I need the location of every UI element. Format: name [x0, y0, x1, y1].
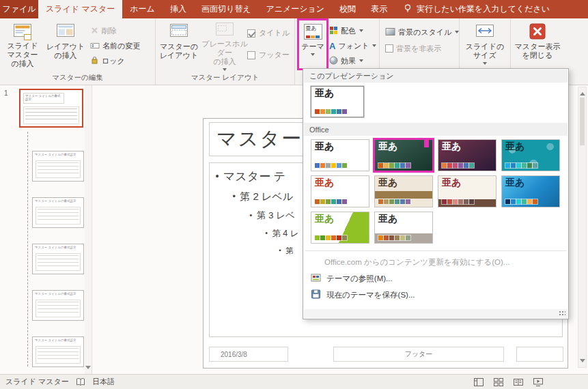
proofing-icon[interactable]: [76, 377, 85, 386]
section-this-presentation: このプレゼンテーション: [304, 70, 568, 83]
colors-dropdown-arrow: [359, 29, 363, 34]
delete-icon: [90, 26, 99, 36]
title-checkbox-label: タイトル: [259, 28, 290, 38]
browse-themes-item[interactable]: テーマの参照(M)...: [304, 271, 568, 286]
insert-layout-label: レイアウト の挿入: [46, 42, 85, 60]
thumbnail-title-sketch: マスター タイトルの書式設定: [33, 152, 83, 157]
theme-organic-tan[interactable]: 亜あ: [374, 175, 433, 207]
fonts-icon: A: [329, 42, 335, 51]
master-layout-label: マスターの レイアウト: [160, 42, 198, 60]
delete-button: 削除: [90, 24, 117, 38]
slide-size-button[interactable]: スライドの サイズ: [464, 20, 505, 68]
themes-button[interactable]: 亜あ テーマ: [299, 20, 326, 68]
theme-facet-green[interactable]: 亜あ: [311, 212, 369, 244]
slideshow-button[interactable]: [533, 378, 543, 386]
thumbnail-body-sketch: [23, 106, 79, 124]
theme-dark-green[interactable]: 亜あ: [374, 139, 433, 171]
background-styles-dropdown-arrow: [455, 31, 459, 35]
layout-thumbnail[interactable]: マスター タイトルの書式設定: [32, 290, 84, 321]
tab-animations[interactable]: アニメーション: [258, 0, 332, 18]
theme-slice-blue[interactable]: 亜あ: [501, 175, 560, 207]
colors-label: 配色: [341, 26, 356, 36]
date-placeholder[interactable]: 2016/3/8: [209, 347, 288, 362]
tab-transitions[interactable]: 画面切り替え: [194, 0, 259, 18]
master-layout-button[interactable]: マスターの レイアウト: [158, 20, 199, 68]
theme-swatches: [378, 199, 410, 204]
master-layout-icon: [169, 20, 189, 42]
normal-view-button[interactable]: [474, 378, 484, 386]
layout-thumbnail[interactable]: マスター タイトルの書式設定: [32, 151, 84, 182]
slide-size-dropdown-arrow: [483, 62, 487, 67]
close-master-view-label: マスター表示 を閉じる: [515, 42, 561, 60]
background-styles-button[interactable]: 背景のスタイル: [385, 25, 459, 39]
theme-swatches: [505, 163, 537, 168]
footer-placeholder[interactable]: フッター: [333, 347, 504, 362]
slide-size-icon: [475, 20, 495, 42]
effects-icon: [329, 56, 338, 66]
theme-red-on-white[interactable]: 亜あ: [311, 175, 369, 207]
theme-current[interactable]: 亜あ: [311, 86, 364, 117]
footer-checkbox-box: [247, 51, 255, 59]
scrollbar-thumb[interactable]: [580, 98, 585, 145]
status-language[interactable]: 日本語: [92, 377, 115, 387]
tab-slide-master[interactable]: スライド マスター: [38, 0, 122, 18]
theme-swatches: [442, 163, 474, 168]
slide-sorter-button[interactable]: [494, 378, 503, 386]
thumbnail-title-sketch: マスター タイトルの書式設定: [23, 93, 64, 104]
close-master-view-button[interactable]: マスター表示 を閉じる: [514, 20, 561, 68]
browse-themes-icon: [311, 273, 321, 284]
footer-checkbox: フッター: [247, 50, 290, 60]
fonts-button[interactable]: A フォント: [329, 39, 376, 53]
tab-file[interactable]: ファイル: [0, 0, 38, 18]
section-office: Office: [304, 123, 568, 136]
tab-home[interactable]: ホーム: [122, 0, 163, 18]
hide-background-checkbox-box: [385, 44, 393, 53]
colors-icon: [329, 26, 338, 36]
group-label-edit-master: マスターの編集: [0, 73, 155, 83]
scroll-down-arrow-icon: [85, 366, 91, 372]
insert-slide-master-button[interactable]: スライド マスター の挿入: [3, 20, 42, 68]
colors-button[interactable]: 配色: [329, 24, 363, 38]
tab-review[interactable]: 校閲: [332, 0, 363, 18]
group-master-layout: マスターの レイアウト プレースホルダー の挿入 タイトル フッター マスター …: [156, 18, 295, 85]
theme-swatches: [442, 199, 474, 204]
tell-me-label: 実行したい作業を入力してください: [417, 3, 550, 15]
theme-teal-pattern[interactable]: 亜あ: [501, 139, 560, 171]
layout-thumbnail[interactable]: マスター タイトルの書式設定: [32, 197, 84, 228]
thumbnail-body-sketch: [36, 160, 81, 178]
tab-insert[interactable]: 挿入: [163, 0, 194, 18]
group-label-master-layout: マスター レイアウト: [156, 73, 294, 83]
thumbnail-scrollbar[interactable]: [85, 85, 92, 374]
theme-gallery-cream[interactable]: 亜あ: [438, 175, 496, 207]
theme-retrospect-gray[interactable]: 亜あ: [374, 212, 433, 244]
tell-me-box[interactable]: 実行したい作業を入力してください: [403, 0, 550, 18]
insert-placeholder-label: プレースホルダー の挿入: [201, 40, 249, 66]
effects-button[interactable]: 効果: [329, 54, 363, 68]
dropdown-resize-grip[interactable]: [304, 309, 568, 318]
theme-glyph: 亜あ: [378, 141, 397, 153]
theme-glyph: 亜あ: [378, 177, 397, 189]
rename-button[interactable]: 名前の変更: [90, 39, 140, 53]
fonts-label: フォント: [338, 41, 369, 51]
insert-layout-button[interactable]: レイアウト の挿入: [44, 20, 87, 68]
theme-office-white[interactable]: 亜あ: [311, 139, 369, 171]
tab-view[interactable]: 表示: [363, 0, 395, 18]
thumbnail-title-sketch: マスター タイトルの書式設定: [33, 337, 83, 343]
theme-dark-plum[interactable]: 亜あ: [438, 139, 496, 171]
canvas-scrollbar[interactable]: [578, 87, 587, 368]
layout-thumbnail[interactable]: マスター タイトルの書式設定: [32, 244, 84, 274]
layout-thumbnail[interactable]: マスター タイトルの書式設定: [32, 336, 84, 367]
ribbon-tab-bar: ファイル スライド マスターホーム挿入画面切り替えアニメーション校閲表示 実行し…: [0, 0, 588, 18]
themes-label: テーマ: [301, 42, 324, 51]
scroll-down-arrow-icon: [580, 359, 585, 365]
effects-dropdown-arrow: [359, 59, 363, 64]
theme-glyph: 亜あ: [315, 177, 334, 189]
master-thumbnail-selected[interactable]: マスター タイトルの書式設定: [19, 89, 83, 128]
slide-number-placeholder[interactable]: [516, 347, 563, 362]
save-current-theme-item[interactable]: 現在のテーマを保存(S)...: [304, 287, 568, 302]
ribbon-tabs: スライド マスターホーム挿入画面切り替えアニメーション校閲表示: [38, 0, 395, 18]
powerpoint-window: ファイル スライド マスターホーム挿入画面切り替えアニメーション校閲表示 実行し…: [0, 0, 588, 389]
thumbnail-body-sketch: [36, 253, 81, 271]
reading-view-button[interactable]: [514, 378, 523, 386]
preserve-button[interactable]: ロック: [90, 54, 125, 68]
